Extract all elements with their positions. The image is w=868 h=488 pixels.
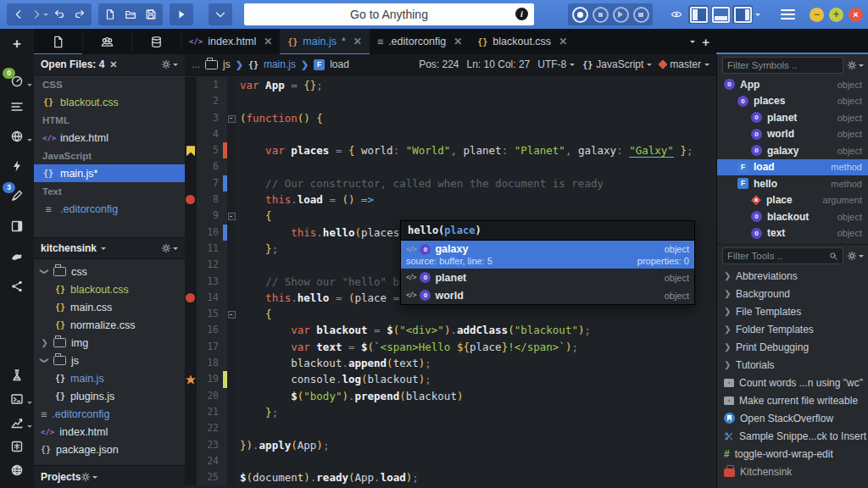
open-file-row[interactable]: ≡.editorconfig — [34, 200, 185, 218]
code-text[interactable]: var App = {}; — [236, 77, 716, 93]
open-file-row[interactable]: {}main.js* — [34, 164, 185, 182]
line-number[interactable]: 2 — [197, 93, 223, 109]
filter-tools-input[interactable]: Filter Tools .. — [722, 247, 843, 264]
symbol-row-hello[interactable]: Fhellomethod — [717, 175, 868, 192]
code-line[interactable]: 15 { — [185, 306, 716, 322]
view-toggle-database[interactable] — [132, 29, 181, 54]
filter-symbols-input[interactable]: Filter Symbols .. — [722, 57, 843, 74]
gutter-margin[interactable] — [185, 339, 197, 355]
code-line[interactable]: 20 $("body").prepend(blackout) — [185, 388, 716, 404]
symbol-row-text[interactable]: otextobject — [717, 225, 868, 242]
fold-margin[interactable] — [227, 225, 236, 241]
symbol-row-places[interactable]: oplacesobject — [717, 93, 868, 110]
tab-list-button[interactable] — [689, 37, 695, 46]
symbol-row-App[interactable]: oAppobject — [717, 76, 868, 93]
fold-minus-icon[interactable] — [228, 213, 236, 220]
fold-margin[interactable] — [227, 290, 236, 306]
forward-button[interactable] — [29, 5, 49, 24]
macro-record-button[interactable] — [570, 5, 590, 24]
tool-item[interactable]: ›Make current file writeable — [717, 391, 868, 409]
line-number[interactable]: 15 — [197, 306, 223, 322]
fold-margin[interactable] — [227, 257, 236, 273]
code-line[interactable]: 16 var blackout = $("<div>").addClass("b… — [185, 322, 716, 338]
symbol-row-place[interactable]: aplaceargument — [717, 192, 868, 209]
tool-folder-Print-Debugging[interactable]: ❯Print Debugging — [717, 338, 868, 356]
chevron-open-icon[interactable]: ❯ — [40, 357, 49, 364]
gutter-margin[interactable] — [185, 306, 197, 322]
line-number[interactable]: 19 — [197, 371, 223, 387]
marker-burst-icon[interactable] — [186, 374, 196, 385]
line-number[interactable]: 9 — [197, 208, 223, 224]
tree-item-normalize-css[interactable]: {}normalize.css — [34, 316, 185, 334]
tool-item[interactable]: #toggle-word-wrap-edit — [717, 445, 868, 463]
symbol-row-blackout[interactable]: oblackoutobject — [717, 208, 868, 225]
fold-margin[interactable] — [227, 191, 236, 208]
line-number[interactable]: 1 — [197, 77, 223, 93]
fold-margin[interactable] — [227, 306, 236, 322]
tree-item-editorconfig[interactable]: ≡.editorconfig — [34, 405, 185, 423]
macro-save-button[interactable] — [631, 5, 651, 24]
code-line[interactable]: 8 this.load = () => — [185, 191, 716, 208]
tools-settings-button[interactable] — [847, 251, 864, 261]
breadcrumb-overflow[interactable]: ... — [192, 58, 200, 70]
close-tab-icon[interactable]: ✕ — [353, 36, 362, 47]
gutter-margin[interactable] — [185, 322, 197, 338]
gutter-margin[interactable] — [185, 158, 197, 175]
line-number[interactable]: 14 — [197, 290, 223, 306]
tree-item-index-html[interactable]: </>index.html — [34, 423, 185, 441]
gutter-margin[interactable] — [185, 77, 197, 93]
code-text[interactable]: { — [236, 306, 716, 322]
tool-folder-Tutorials[interactable]: ❯Tutorials — [717, 356, 868, 374]
browser-preview-button[interactable] — [3, 125, 31, 147]
gutter-margin[interactable] — [185, 371, 197, 387]
info-icon[interactable]: i — [515, 8, 528, 20]
fold-margin[interactable] — [227, 322, 236, 338]
line-number[interactable]: 5 — [197, 142, 223, 158]
code-line[interactable]: 19 console.log(blackout); — [185, 371, 716, 387]
fold-margin[interactable] — [227, 388, 236, 404]
code-text[interactable] — [236, 93, 716, 109]
syntax-check-button[interactable]: 3 — [3, 184, 31, 207]
chevron-closed-icon[interactable]: ❯ — [41, 338, 48, 347]
preview-refresh-button[interactable] — [3, 154, 31, 177]
macro-stop-button[interactable] — [590, 5, 610, 24]
code-text[interactable]: console.log(blackout); — [236, 371, 716, 387]
symbol-row-galaxy[interactable]: ogalaxyobject — [717, 142, 868, 159]
zoom-in-button[interactable]: + — [829, 8, 843, 22]
projects-settings-button[interactable] — [81, 472, 97, 482]
macro-play-button[interactable] — [610, 5, 631, 24]
close-icon[interactable]: ✕ — [109, 59, 117, 70]
status-git-branch[interactable]: master — [659, 58, 709, 70]
code-text[interactable]: (function() { — [236, 110, 716, 126]
open-files-rail-button[interactable] — [3, 95, 31, 118]
gutter-margin[interactable] — [185, 437, 197, 453]
gutter-margin[interactable] — [185, 469, 197, 485]
view-toggle-collaboration[interactable] — [83, 29, 131, 54]
close-tab-icon[interactable]: ✕ — [559, 36, 567, 47]
toggle-right-pane-button[interactable] — [732, 5, 753, 24]
open-file-row[interactable]: {}blackout.css — [34, 93, 185, 111]
fold-margin[interactable] — [227, 371, 236, 387]
open-files-settings-button[interactable] — [161, 59, 178, 69]
gutter-margin[interactable] — [185, 355, 197, 371]
symbol-row-world[interactable]: oworldobject — [717, 126, 868, 143]
close-tab-icon[interactable]: ✕ — [453, 36, 462, 47]
tree-item-img[interactable]: ❯img — [34, 334, 185, 352]
chevron-open-icon[interactable]: ❯ — [40, 268, 49, 275]
code-text[interactable] — [236, 158, 716, 175]
gutter-margin[interactable] — [185, 93, 197, 109]
tree-item-css[interactable]: ❯css — [34, 263, 185, 280]
fold-margin[interactable] — [227, 339, 236, 355]
gutter-margin[interactable] — [185, 191, 197, 208]
line-number[interactable]: 23 — [197, 437, 223, 453]
projects-label[interactable]: Projects — [41, 471, 81, 483]
gutter-margin[interactable] — [185, 420, 197, 436]
tab-editorconfig[interactable]: ≡.editorconfig✕ — [370, 29, 470, 54]
code-line[interactable]: 7 // Our constructor, called when the do… — [185, 175, 716, 191]
tool-item[interactable]: Sample Snippe...ck to Insert — [717, 427, 868, 445]
zoom-out-button[interactable]: − — [810, 8, 824, 22]
code-line[interactable]: 5 var places = { world: "World", planet:… — [185, 142, 716, 158]
breadcrumb-folder[interactable]: js — [223, 58, 231, 70]
fold-margin[interactable] — [227, 208, 236, 224]
gutter-margin[interactable] — [185, 126, 197, 142]
